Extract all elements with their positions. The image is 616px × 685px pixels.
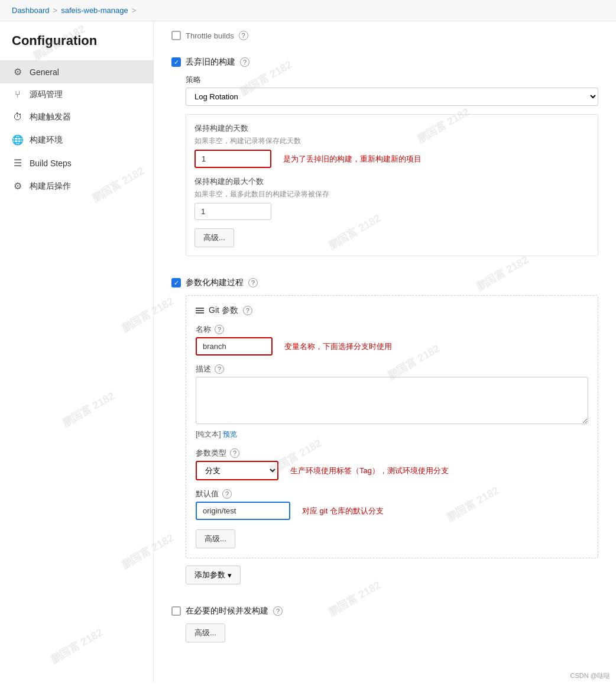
concurrent-label: 在必要的时候并发构建 [186,606,268,616]
plain-text-label: [纯文本] [196,430,221,438]
name-annotation: 变量名称，下面选择分支时使用 [284,341,392,352]
sidebar-item-trigger[interactable]: ⏱ 构建触发器 [0,106,153,128]
param-type-help-icon[interactable]: ? [230,448,239,458]
concurrent-checkbox[interactable] [171,606,181,616]
default-field: 默认值 ? 对应 git 仓库的默认分支 [196,489,588,520]
param-type-label: 参数类型 ? [196,448,588,458]
csdn-username: @哒哒 [591,672,610,679]
sidebar-item-env[interactable]: 🌐 构建环境 [0,128,153,151]
param-type-row: 分支 标签 修订版本 分支或标签 生产环境使用标签（Tag），测试环境使用分支 [196,461,588,480]
page-layout: Configuration ⚙ General ⑂ 源码管理 ⏱ 构建触发器 🌐… [0,21,616,683]
discard-advanced-row: 高级... [194,228,589,247]
main-content: Throttle builds ? 丢弃旧的构建 ? 策略 Log Rotati… [154,21,616,683]
sidebar-item-post[interactable]: ⚙ 构建后操作 [0,175,153,198]
default-input[interactable] [196,502,290,520]
throttle-help-icon[interactable]: ? [239,31,248,40]
sidebar-item-steps[interactable]: ☰ Build Steps [0,151,153,175]
strategy-select[interactable]: Log Rotation [186,88,598,106]
discard-builds-section: 丢弃旧的构建 ? 策略 Log Rotation 保持构建的天数 如果非空，构建… [171,47,598,256]
discard-checkbox[interactable] [171,57,181,67]
gear-icon: ⚙ [12,66,24,77]
clock-icon: ⏱ [12,112,24,122]
breadcrumb-sep2: > [132,6,137,15]
days-row: 是为了丢掉旧的构建，重新构建新的项目 [194,150,589,168]
throttle-label: Throttle builds [186,31,234,40]
parameterized-help-icon[interactable]: ? [248,278,258,287]
max-input[interactable] [194,203,271,220]
preview-link[interactable]: 预览 [223,430,237,438]
strategy-field: 策略 Log Rotation [186,75,598,106]
default-annotation: 对应 git 仓库的默认分支 [302,506,384,516]
sidebar-item-source[interactable]: ⑂ 源码管理 [0,83,153,106]
name-help-icon[interactable]: ? [215,325,224,334]
sidebar-item-general[interactable]: ⚙ General [0,60,153,83]
parameterized-checkbox[interactable] [171,278,181,287]
days-hint: 如果非空，构建记录将保存此天数 [194,136,589,146]
concurrent-advanced-row: 高级... [186,623,598,642]
discard-builds-label: 丢弃旧的构建 [186,57,235,67]
param-type-field: 参数类型 ? 分支 标签 修订版本 分支或标签 生产环境使用标签（Tag），测试… [196,448,588,480]
text-links: [纯文本] 预览 [196,429,588,440]
concurrent-header: 在必要的时候并发构建 ? [171,596,598,616]
default-row: 对应 git 仓库的默认分支 [196,502,588,520]
desc-help-icon[interactable]: ? [215,364,224,374]
add-param-button[interactable]: 添加参数 ▾ [186,566,241,584]
max-field: 保持构建的最大个数 如果非空，最多此数目的构建记录将被保存 [194,176,589,220]
max-hint: 如果非空，最多此数目的构建记录将被保存 [194,189,589,199]
desc-textarea[interactable] [196,377,588,424]
desc-label: 描述 ? [196,364,588,374]
throttle-checkbox[interactable] [171,31,181,40]
desc-field: 描述 ? [纯文本] 预览 [196,364,588,440]
concurrent-section: 在必要的时候并发构建 ? 高级... [171,596,598,642]
source-icon: ⑂ [12,89,24,100]
concurrent-advanced-button[interactable]: 高级... [186,623,225,642]
param-advanced-button[interactable]: 高级... [196,529,235,548]
concurrent-help-icon[interactable]: ? [273,606,283,616]
param-type-select[interactable]: 分支 标签 修订版本 分支或标签 [196,461,278,480]
name-label: 名称 ? [196,324,588,335]
param-type-annotation: 生产环境使用标签（Tag），测试环境使用分支 [290,466,449,476]
discard-builds-header: 丢弃旧的构建 ? [171,47,598,67]
sidebar-label-source: 源码管理 [30,89,63,100]
sidebar-label-post: 构建后操作 [30,181,71,192]
default-label: 默认值 ? [196,489,588,499]
name-input[interactable] [196,337,273,356]
breadcrumb: Dashboard > safeis-web-manage > [0,0,616,21]
discard-help-icon[interactable]: ? [240,57,249,67]
hamburger-icon [196,308,204,314]
sidebar-label-general: General [30,67,59,77]
param-advanced-row: 高级... [196,529,588,548]
name-field: 名称 ? 变量名称，下面选择分支时使用 [196,324,588,356]
parameterized-header: 参数化构建过程 ? [171,268,598,288]
post-icon: ⚙ [12,180,24,192]
sidebar-label-env: 构建环境 [30,135,63,146]
add-param-label: 添加参数 [194,570,225,580]
parameterized-label: 参数化构建过程 [186,277,244,288]
git-params-box: Git 参数 ? 名称 ? 变量名称，下面选择分支时使用 [186,295,598,558]
add-param-arrow-icon: ▾ [228,571,232,580]
days-input[interactable] [194,150,271,168]
git-params-help-icon[interactable]: ? [243,306,252,315]
discard-options-box: 保持构建的天数 如果非空，构建记录将保存此天数 是为了丢掉旧的构建，重新构建新的… [186,114,598,256]
sidebar-title: Configuration [0,33,153,60]
parameterized-section: 参数化构建过程 ? Git 参数 ? 名称 [171,268,598,584]
breadcrumb-project[interactable]: safeis-web-manage [61,6,128,15]
git-params-title: Git 参数 [209,305,238,316]
globe-icon: 🌐 [12,134,24,146]
add-param-row: 添加参数 ▾ [186,566,598,584]
discard-advanced-button[interactable]: 高级... [194,228,234,247]
strategy-label: 策略 [186,75,598,85]
throttle-builds-row: Throttle builds ? [171,21,598,40]
list-icon: ☰ [12,157,24,169]
breadcrumb-home[interactable]: Dashboard [12,6,50,15]
sidebar: Configuration ⚙ General ⑂ 源码管理 ⏱ 构建触发器 🌐… [0,21,154,683]
days-annotation: 是为了丢掉旧的构建，重新构建新的项目 [283,154,422,164]
default-help-icon[interactable]: ? [222,489,232,499]
days-field: 保持构建的天数 如果非空，构建记录将保存此天数 是为了丢掉旧的构建，重新构建新的… [194,123,589,168]
csdn-badge: CSDN @哒哒 [570,671,610,680]
sidebar-label-steps: Build Steps [30,159,72,168]
git-params-header: Git 参数 ? [196,305,588,316]
app-container: Dashboard > safeis-web-manage > Configur… [0,0,616,685]
name-row: 变量名称，下面选择分支时使用 [196,337,588,356]
days-label: 保持构建的天数 [194,123,589,134]
